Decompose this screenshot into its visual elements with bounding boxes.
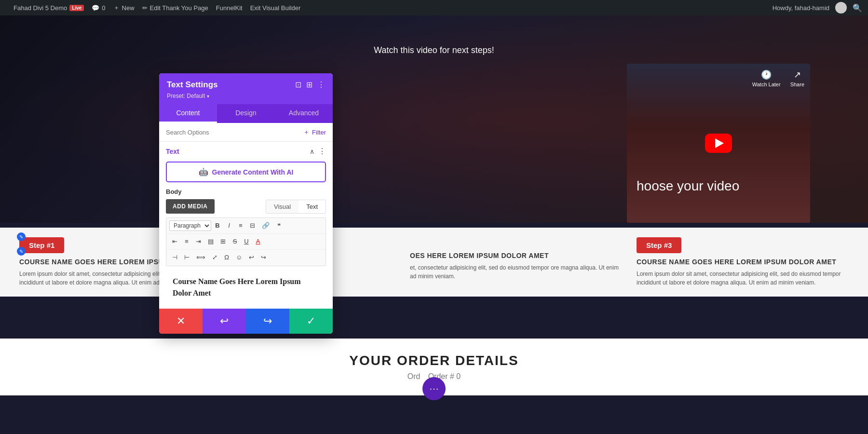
adminbar-right: Howdy, fahad-hamid 🔍 [773, 2, 862, 14]
pencil-icon: ✏ [142, 4, 148, 12]
cancel-btn[interactable]: ✕ [159, 309, 203, 334]
bold-btn[interactable]: B [212, 220, 223, 231]
step-desc-2: et, consectetur adipisicing elit, sed do… [410, 263, 622, 281]
panel-preset[interactable]: Preset: Default [167, 93, 325, 99]
redo-icon: ↪ [263, 315, 272, 327]
expand-icon[interactable]: ⊞ [306, 81, 312, 89]
table-btn[interactable]: ⊞ [217, 236, 229, 247]
strikethrough-btn[interactable]: S [230, 236, 240, 247]
link-btn[interactable]: 🔗 [259, 220, 272, 231]
step-card-2: OES HERE LOREM IPSUM DOLOR AMET et, cons… [410, 237, 622, 287]
edit-handle-1b[interactable]: ✎ [17, 247, 26, 256]
watch-later-btn[interactable]: 🕐 Watch Later [752, 69, 781, 87]
panel-icons: ⊡ ⊞ ⋮ [295, 81, 325, 89]
italic-btn[interactable]: I [224, 220, 234, 231]
order-title: YOUR ORDER DETAILS [14, 353, 854, 368]
ul-btn[interactable]: ≡ [235, 220, 246, 231]
share-btn[interactable]: ↗ Share [790, 69, 804, 87]
align-right-btn[interactable]: ⇥ [193, 236, 204, 247]
undo-action-btn[interactable]: ↩ [203, 309, 246, 334]
text-section-header: Text ∧ ⋮ [159, 142, 333, 160]
align-center-btn[interactable]: ≡ [181, 236, 192, 247]
confirm-btn[interactable]: ✓ [289, 309, 333, 334]
ol-btn[interactable]: ⊟ [247, 220, 258, 231]
undo-icon: ↩ [220, 315, 229, 327]
search-icon[interactable]: 🔍 [853, 3, 862, 13]
toolbar-row-3: ⊣ ⊢ ⟺ ⤢ Ω ☺ ↩ ↪ [166, 250, 326, 265]
youtube-play-btn[interactable] [705, 134, 732, 153]
chevron-up-icon[interactable]: ∧ [310, 148, 314, 155]
visual-text-tabs: Visual Text [266, 200, 326, 214]
live-badge: Live [69, 5, 84, 11]
indent-out-btn[interactable]: ⊣ [169, 252, 180, 263]
quote-btn[interactable]: ❝ [273, 220, 284, 231]
media-row: ADD MEDIA Visual Text [166, 199, 326, 214]
clock-icon: 🕐 [761, 69, 772, 80]
tab-design[interactable]: Design [217, 104, 275, 123]
step-desc-3: Lorem ipsum dolor sit amet, consectetur … [637, 270, 849, 287]
edit-page-item[interactable]: ✏ Edit Thank You Page [142, 4, 208, 12]
video-overlay-text: hoose your video [637, 178, 739, 194]
filter-icon: ＋ [303, 128, 310, 136]
toolbar-row-1: Paragraph Heading 1 Heading 2 B I ≡ ⊟ 🔗 … [166, 218, 326, 234]
settings-panel: Text Settings ⊡ ⊞ ⋮ Preset: Default Cont… [159, 73, 333, 334]
editor-content[interactable]: Course Name Goes Here Lorem Ipsum Dolor … [166, 270, 326, 309]
search-options-row: ＋ Filter [159, 123, 333, 142]
page-content: Watch this video for next steps! 🕐 Watch… [0, 15, 868, 434]
align-left-btn[interactable]: ⇤ [169, 236, 180, 247]
editor-toolbar: Paragraph Heading 1 Heading 2 B I ≡ ⊟ 🔗 … [166, 217, 326, 266]
undo-btn[interactable]: ↩ [246, 252, 257, 263]
order-section: YOUR ORDER DETAILS OrderOrder # 0 ⋯ [0, 339, 868, 395]
body-label: Body [166, 188, 326, 195]
edit-handle-1[interactable]: ✎ [17, 232, 26, 241]
section-actions: ∧ ⋮ [310, 147, 326, 156]
color-btn[interactable]: A [253, 236, 263, 247]
admin-bar: Fahad Divi 5 Demo Live 💬 0 ＋ New ✏ Edit … [0, 0, 868, 15]
panel-title: Text Settings [167, 80, 217, 90]
fullscreen-btn[interactable]: ⤢ [209, 252, 220, 263]
comments-icon: 💬 [92, 4, 99, 12]
generate-ai-btn[interactable]: 🤖 Generate Content With AI [166, 162, 326, 182]
redo-action-btn[interactable]: ↪ [246, 309, 289, 334]
emoji-btn[interactable]: ☺ [233, 252, 245, 263]
bottom-actions: ✕ ↩ ↪ ✓ [159, 309, 333, 334]
funnelkit-item[interactable]: FunnelKit [216, 4, 243, 12]
tab-visual[interactable]: Visual [266, 200, 298, 213]
toolbar-row-2: ⇤ ≡ ⇥ ▤ ⊞ S U A [166, 234, 326, 250]
paragraph-select[interactable]: Paragraph Heading 1 Heading 2 [169, 220, 211, 231]
avatar [835, 2, 847, 14]
new-item[interactable]: ＋ New [113, 3, 135, 12]
step-badge-1: Step #1 [19, 237, 64, 253]
plus-icon: ＋ [113, 3, 120, 12]
panel-tabs: Content Design Advanced [159, 104, 333, 123]
align-justify-btn[interactable]: ▤ [205, 236, 217, 247]
floating-dots-menu[interactable]: ⋯ [422, 377, 446, 400]
tab-advanced[interactable]: Advanced [275, 104, 333, 123]
tab-text[interactable]: Text [298, 200, 326, 213]
collapse-icon[interactable]: ⊡ [295, 81, 301, 89]
step-badge-3: Step #3 [637, 237, 681, 253]
add-media-btn[interactable]: ADD MEDIA [166, 199, 215, 214]
omega-btn[interactable]: Ω [221, 252, 232, 263]
tab-content[interactable]: Content [159, 104, 217, 123]
share-icon: ↗ [794, 69, 801, 80]
section-more-icon[interactable]: ⋮ [318, 147, 326, 156]
confirm-icon: ✓ [307, 315, 315, 327]
underline-btn[interactable]: U [241, 236, 252, 247]
panel-header: Text Settings ⊡ ⊞ ⋮ Preset: Default [159, 73, 333, 104]
more-options-icon[interactable]: ⋮ [317, 81, 325, 89]
step-card-3: Step #3 COURSE NAME GOES HERE LOREM IPSU… [637, 237, 849, 287]
filter-btn[interactable]: ＋ Filter [303, 128, 326, 136]
visual-builder-item[interactable]: Exit Visual Builder [250, 4, 301, 12]
step-title-2: OES HERE LOREM IPSUM DOLOR AMET [410, 252, 622, 259]
body-section: Body ADD MEDIA Visual Text Paragraph Hea… [159, 188, 333, 309]
search-options-input[interactable] [166, 129, 299, 136]
editor-text: Course Name Goes Here Lorem Ipsum Dolor … [173, 276, 319, 299]
site-name[interactable]: Fahad Divi 5 Demo Live [14, 4, 84, 12]
indent-in-btn[interactable]: ⟺ [193, 252, 208, 263]
section-label: Text [166, 148, 179, 155]
comments-item[interactable]: 💬 0 [92, 4, 105, 12]
video-player[interactable]: 🕐 Watch Later ↗ Share hoose your video [627, 64, 810, 223]
special-char-btn[interactable]: ⊢ [181, 252, 192, 263]
redo-btn[interactable]: ↪ [258, 252, 269, 263]
